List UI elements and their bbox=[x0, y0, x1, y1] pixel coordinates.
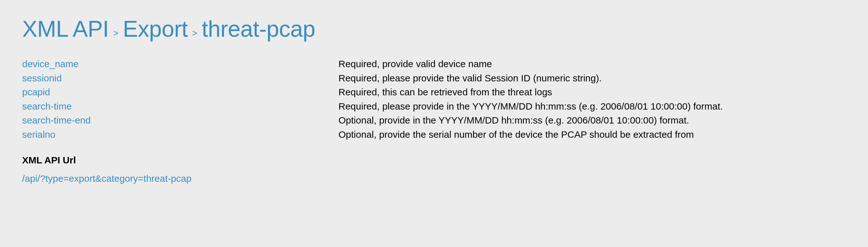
breadcrumb-export[interactable]: Export bbox=[123, 16, 188, 42]
param-name-link[interactable]: device_name bbox=[22, 57, 338, 71]
param-desc: Required, please provide in the YYYY/MM/… bbox=[338, 100, 846, 114]
param-name-link[interactable]: search-time-end bbox=[22, 113, 338, 128]
chevron-right-icon: > bbox=[113, 28, 118, 38]
param-name-link[interactable]: serialno bbox=[22, 128, 338, 142]
param-desc: Required, please provide the valid Sessi… bbox=[338, 71, 846, 85]
table-row: serialno Optional, provide the serial nu… bbox=[22, 128, 846, 142]
param-desc: Optional, provide the serial number of t… bbox=[338, 128, 846, 142]
param-name-link[interactable]: sessionid bbox=[22, 71, 338, 85]
chevron-right-icon: > bbox=[192, 28, 197, 38]
table-row: sessionid Required, please provide the v… bbox=[22, 71, 846, 85]
url-section-label: XML API Url bbox=[22, 155, 846, 166]
param-desc: Required, provide valid device name bbox=[338, 57, 846, 71]
param-name-link[interactable]: pcapid bbox=[22, 85, 338, 100]
param-desc: Required, this can be retrieved from the… bbox=[338, 85, 846, 100]
param-name-link[interactable]: search-time bbox=[22, 100, 338, 114]
breadcrumb: XML API > Export > threat-pcap bbox=[22, 16, 846, 42]
table-row: search-time-end Optional, provide in the… bbox=[22, 113, 846, 128]
breadcrumb-threat-pcap: threat-pcap bbox=[202, 16, 315, 42]
params-table: device_name Required, provide valid devi… bbox=[22, 57, 846, 141]
url-value-link[interactable]: /api/?type=export&category=threat-pcap bbox=[22, 173, 846, 184]
breadcrumb-root[interactable]: XML API bbox=[22, 16, 109, 42]
param-desc: Optional, provide in the YYYY/MM/DD hh:m… bbox=[338, 113, 846, 128]
table-row: pcapid Required, this can be retrieved f… bbox=[22, 85, 846, 100]
table-row: search-time Required, please provide in … bbox=[22, 100, 846, 114]
table-row: device_name Required, provide valid devi… bbox=[22, 57, 846, 71]
